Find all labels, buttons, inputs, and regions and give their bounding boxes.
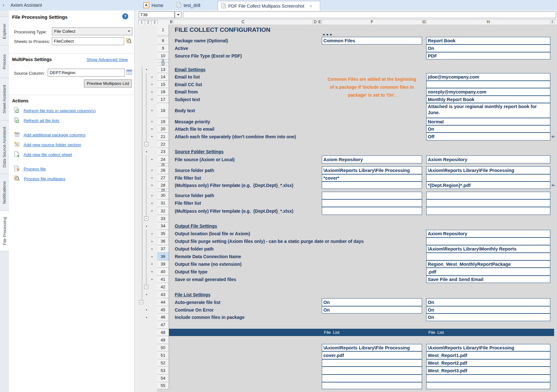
row-header-55[interactable]: 55 bbox=[157, 382, 169, 389]
cell-F8[interactable]: Common Files bbox=[322, 37, 422, 45]
cell-label-C45[interactable]: Continue On Error bbox=[175, 306, 214, 313]
row-header-38[interactable]: 38 bbox=[157, 253, 169, 260]
close-icon[interactable]: × bbox=[310, 4, 312, 9]
outline-collapse-button[interactable]: − bbox=[144, 142, 148, 146]
cell-H55[interactable] bbox=[426, 382, 550, 389]
cell-label-C43[interactable]: File List Settings bbox=[175, 291, 210, 298]
cell-label-C1[interactable]: FILE COLLECT CONFIGURATION bbox=[175, 24, 270, 35]
cell-H44[interactable]: On bbox=[426, 298, 550, 306]
cell-label-C36[interactable]: Output file purge setting (Axiom files o… bbox=[175, 237, 364, 245]
cell-H26[interactable]: \Axiom\Reports Library\File Processing bbox=[426, 166, 550, 174]
cell-H41[interactable]: Save File and Send Email bbox=[426, 276, 550, 283]
cell-H31[interactable] bbox=[426, 199, 550, 207]
row-header-47[interactable]: 47 bbox=[157, 321, 169, 329]
cell-H9[interactable]: On bbox=[426, 45, 550, 52]
row-header-8[interactable]: 8 bbox=[157, 37, 169, 45]
column-header-H[interactable]: H bbox=[426, 20, 551, 24]
cell-F50[interactable]: \Axiom\Reports Library\File Processing bbox=[322, 344, 422, 351]
cell-F27[interactable]: *cover* bbox=[322, 174, 422, 182]
cell-label-C8[interactable]: Package name (Optional) bbox=[175, 37, 228, 45]
column-header-C[interactable]: C bbox=[173, 20, 313, 24]
cell-F55[interactable] bbox=[322, 382, 422, 389]
row-header-43[interactable]: 43 bbox=[157, 291, 169, 298]
row-header-23[interactable]: 23 bbox=[157, 148, 169, 155]
cell-F32[interactable] bbox=[322, 207, 422, 215]
row-header-13[interactable]: 13 bbox=[157, 66, 169, 73]
cell-H53[interactable]: West_Report3.pdf bbox=[426, 367, 550, 375]
row-header-48[interactable]: 48 bbox=[157, 329, 169, 336]
action-refresh-file-lists-in-selected-column-s[interactable]: Refresh file lists in selected column(s) bbox=[9, 106, 134, 116]
row-header-29[interactable]: 29 bbox=[157, 189, 169, 192]
cell-F51[interactable]: cover.pdf bbox=[322, 351, 422, 359]
side-tab-process[interactable]: Process bbox=[0, 45, 9, 78]
cell-H37[interactable]: \Axiom\Reports Library\Monthly Reports bbox=[426, 245, 550, 253]
action-refresh-all-file-lists[interactable]: Refresh all file lists bbox=[9, 116, 134, 126]
cell-label-C19[interactable]: Message priority bbox=[175, 118, 210, 125]
row-header-52[interactable]: 52 bbox=[157, 359, 169, 367]
cell-label-C14[interactable]: Email to list bbox=[175, 73, 200, 81]
back-chevron-icon[interactable]: ‹ bbox=[3, 2, 4, 8]
cell-label-C37[interactable]: Output folder path bbox=[175, 245, 214, 253]
row-header-31[interactable]: 31 bbox=[157, 199, 169, 207]
cell-H14[interactable]: jdoe@mycompany.com bbox=[426, 73, 550, 81]
row-header-25[interactable]: 25 bbox=[157, 163, 169, 166]
formula-input[interactable] bbox=[183, 11, 556, 18]
cell-label-C13[interactable]: Email Settings bbox=[175, 66, 205, 73]
row-header-27[interactable]: 27 bbox=[157, 174, 169, 182]
cell-label-C18[interactable]: Body text bbox=[175, 103, 195, 118]
action-add-new-file-collect-sheet[interactable]: Add new file collect sheet bbox=[9, 150, 134, 160]
cell-H39[interactable]: Region_West_MonthlyReportPackage bbox=[426, 260, 550, 268]
column-header-B[interactable]: B bbox=[169, 20, 174, 24]
row-header-49[interactable]: 49 bbox=[157, 336, 169, 344]
action-add-additional-package-columns[interactable]: Add additional package columns bbox=[9, 130, 134, 140]
row-header-32[interactable]: 32 bbox=[157, 207, 169, 215]
row-header-45[interactable]: 45 bbox=[157, 306, 169, 313]
cell-label-C30[interactable]: Source folder path bbox=[175, 192, 214, 199]
side-tab-data-source-assistant[interactable]: Data Source Assistant bbox=[0, 120, 9, 174]
cell-H35[interactable]: Axiom Repository bbox=[426, 230, 550, 237]
cell-H32[interactable] bbox=[426, 207, 550, 215]
cell-label-C32[interactable]: (Multipass only) Filter template (e.g. {… bbox=[175, 207, 293, 215]
cell-label-C46[interactable]: Include common files in package bbox=[175, 313, 244, 321]
cell-H20[interactable]: On bbox=[426, 125, 550, 133]
cell-F28[interactable] bbox=[322, 182, 422, 189]
column-header-F[interactable]: F bbox=[322, 20, 422, 24]
cell-H38[interactable] bbox=[426, 253, 550, 260]
row-header-11[interactable]: 11 bbox=[157, 59, 169, 63]
row-header-15[interactable]: 15 bbox=[157, 81, 169, 88]
cell-H27[interactable] bbox=[426, 174, 550, 182]
row-header-18[interactable]: 18 bbox=[157, 103, 169, 118]
cell-label-C26[interactable]: Source folder path bbox=[175, 166, 214, 174]
cell-H16[interactable]: noreply@mycompany.com bbox=[426, 88, 550, 96]
cell-H51[interactable]: West_Report1.pdf bbox=[426, 351, 550, 359]
cell-F24[interactable]: Axiom Repository bbox=[322, 155, 422, 163]
row-header-41[interactable]: 41 bbox=[157, 276, 169, 283]
cell-H30[interactable] bbox=[426, 192, 550, 199]
cell-H18[interactable]: Attached is your regional monthly report… bbox=[426, 103, 550, 118]
outline-collapse-button[interactable]: − bbox=[144, 217, 148, 221]
cell-F52[interactable] bbox=[322, 359, 422, 367]
action-process-file[interactable]: Process file bbox=[9, 164, 134, 174]
cell-H54[interactable] bbox=[426, 375, 550, 382]
action-add-new-source-folder-section[interactable]: Add new source folder section bbox=[9, 140, 134, 150]
column-header-I[interactable]: I bbox=[550, 20, 554, 24]
cell-F31[interactable] bbox=[322, 199, 422, 207]
preview-multipass-list-button[interactable]: Preview Multipass List bbox=[84, 79, 132, 87]
row-header-22[interactable]: 22 bbox=[157, 141, 169, 148]
source-column-input[interactable] bbox=[48, 69, 125, 77]
row-header-10[interactable]: 10 bbox=[157, 52, 169, 59]
name-box[interactable]: T38 bbox=[139, 11, 175, 18]
row-header-46[interactable]: 46 bbox=[157, 313, 169, 321]
cell-label-C24[interactable]: File source (Axiom or Local) bbox=[175, 155, 235, 163]
cell-label-C38[interactable]: Remote Data Connection Name bbox=[175, 253, 241, 260]
cell-F44[interactable]: On bbox=[322, 298, 422, 306]
cell-H36[interactable] bbox=[426, 237, 550, 245]
cell-H28[interactable]: *{Dept.Region}*.pdf bbox=[426, 182, 550, 189]
cell-H40[interactable]: .pdf bbox=[426, 268, 550, 276]
row-header-14[interactable]: 14 bbox=[157, 73, 169, 81]
cell-H21[interactable]: Off bbox=[426, 133, 550, 141]
row-header-53[interactable]: 53 bbox=[157, 367, 169, 375]
row-header-17[interactable]: 17 bbox=[157, 96, 169, 103]
row-header-40[interactable]: 40 bbox=[157, 268, 169, 276]
outline-level-button-3[interactable]: 3 bbox=[151, 20, 158, 25]
